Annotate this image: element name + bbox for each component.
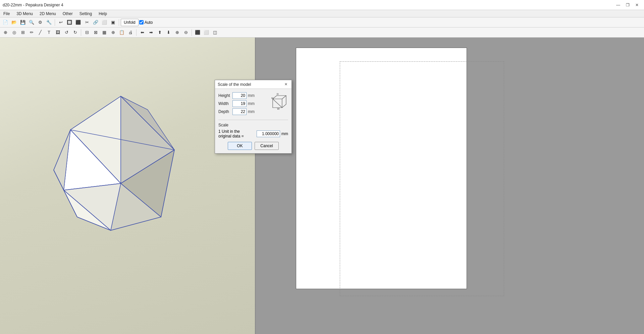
scale-unit: mm [281,131,288,136]
tb2-icon-24[interactable]: ◫ [211,29,219,37]
tb2-icon-8[interactable]: ↺ [62,29,70,37]
tb-icon-7[interactable]: ↩ [57,18,65,26]
separator-5 [192,29,192,36]
tb2-icon-20[interactable]: ⊕ [173,29,181,37]
box-diagram-container: D H W [268,92,288,113]
icosahedron-model [44,90,195,250]
window-controls: — ❐ ✕ [614,2,641,8]
tb-icon-8[interactable]: 🔲 [65,18,73,26]
height-input[interactable] [232,92,247,99]
tb2-icon-10[interactable]: ⊟ [83,29,91,37]
tb2-icon-17[interactable]: ➡ [147,29,155,37]
width-input[interactable] [232,100,247,107]
auto-check-input[interactable] [139,20,144,24]
svg-text:D: D [277,93,279,96]
toolbar-secondary: ⊕ ◎ ⊞ ✏ ╱ T 🖼 ↺ ↻ ⊟ ⊠ ▦ ⊕ 📋 🖨 ⬅ ➡ ⬆ ⬇ ⊕ … [0,27,644,38]
paper-area [296,48,467,289]
tb-icon-4[interactable]: 🔍 [28,18,36,26]
separator-1 [55,19,55,26]
tb2-icon-6[interactable]: T [45,29,53,37]
tb2-icon-16[interactable]: ⬅ [138,29,146,37]
depth-row: Depth mm [218,108,265,115]
titlebar: d20-22mm - Pepakura Designer 4 — ❐ ✕ [0,0,644,10]
tb-icon-6[interactable]: 🔧 [45,18,53,26]
tb2-icon-15[interactable]: 🖨 [126,29,135,37]
tb2-icon-14[interactable]: 📋 [118,29,126,37]
close-button[interactable]: ✕ [633,2,641,8]
paper-margin [340,61,504,296]
menu-help[interactable]: Help [95,10,110,17]
unfold-button[interactable]: Unfold [121,19,139,26]
dimensions-section: Height mm Width mm Depth mm [218,92,265,116]
tb2-icon-2[interactable]: ◎ [10,29,18,37]
tb2-icon-1[interactable]: ⊕ [1,29,9,37]
new-button[interactable]: 📄 [1,18,9,26]
menu-other[interactable]: Other [59,10,76,17]
menu-file[interactable]: File [0,10,13,17]
save-button[interactable]: 💾 [19,18,27,26]
tb2-icon-23[interactable]: ⬜ [202,29,210,37]
titlebar-title: d20-22mm - Pepakura Designer 4 [3,3,63,7]
dialog-titlebar: Scale of the model ✕ [215,80,291,89]
menu-3d[interactable]: 3D Menu [13,10,36,17]
dialog-buttons: OK Cancel [218,142,288,150]
height-unit: mm [248,93,255,98]
tb2-icon-22[interactable]: ⬛ [194,29,202,37]
svg-text:W: W [277,107,280,110]
box-diagram-svg: D H W [268,92,287,112]
width-row: Width mm [218,100,265,107]
dialog-content: Height mm Width mm Depth mm [215,89,291,153]
depth-unit: mm [248,109,255,114]
main-area [0,38,644,334]
tb2-icon-13[interactable]: ⊕ [109,29,117,37]
scale-title: Scale [218,123,288,127]
cancel-button[interactable]: Cancel [255,142,279,150]
tb-icon-9[interactable]: ⬛ [74,18,82,26]
tb2-icon-19[interactable]: ⬇ [164,29,172,37]
separator-3 [81,29,81,36]
ok-button[interactable]: OK [228,142,252,150]
scale-dialog[interactable]: Scale of the model ✕ Height mm Width mm [215,80,292,154]
tb2-icon-9[interactable]: ↻ [71,29,79,37]
height-row: Height mm [218,92,265,99]
tb2-icon-5[interactable]: ╱ [36,29,44,37]
separator-4 [136,29,137,36]
scale-equals [254,131,255,136]
auto-checkbox[interactable]: Auto [139,20,153,25]
app-title: d20-22mm - Pepakura Designer 4 [3,3,63,7]
menu-setting[interactable]: Setting [76,10,95,17]
auto-label: Auto [145,20,153,25]
width-label: Width [218,101,232,106]
scale-row: 1 Unit in the original data = mm [218,129,288,138]
width-unit: mm [248,101,255,106]
scale-input[interactable] [257,130,280,137]
open-button[interactable]: 📂 [10,18,18,26]
tb-icon-5[interactable]: ⚙ [36,18,44,26]
scale-desc: 1 Unit in the original data = [218,129,253,138]
tb2-icon-12[interactable]: ▦ [100,29,108,37]
svg-text:H: H [271,97,273,100]
menu-2d[interactable]: 2D Menu [36,10,59,17]
tb-icon-10[interactable]: ✂ [83,18,91,26]
scale-section: Scale 1 Unit in the original data = mm [218,120,288,138]
separator-2 [119,19,119,26]
tb2-icon-7[interactable]: 🖼 [54,29,62,37]
toolbar-main: 📄 📂 💾 🔍 ⚙ 🔧 ↩ 🔲 ⬛ ✂ 🔗 ⬜ ▣ Unfold Auto [0,17,644,27]
menubar: File 3D Menu 2D Menu Other Setting Help [0,10,644,17]
tb-icon-12[interactable]: ⬜ [100,18,108,26]
2d-viewport[interactable] [256,38,644,334]
tb2-icon-18[interactable]: ⬆ [156,29,164,37]
dims-and-diagram: Height mm Width mm Depth mm [218,92,288,116]
depth-input[interactable] [232,108,247,115]
dialog-title: Scale of the model [218,82,251,87]
tb-icon-13[interactable]: ▣ [109,18,117,26]
dialog-close-button[interactable]: ✕ [283,81,289,88]
tb2-icon-4[interactable]: ✏ [28,29,36,37]
tb-icon-11[interactable]: 🔗 [92,18,100,26]
tb2-icon-3[interactable]: ⊞ [19,29,27,37]
tb2-icon-11[interactable]: ⊠ [92,29,100,37]
minimize-button[interactable]: — [614,2,623,8]
height-label: Height [218,93,232,98]
tb2-icon-21[interactable]: ⊖ [182,29,190,37]
maximize-button[interactable]: ❐ [623,2,632,8]
